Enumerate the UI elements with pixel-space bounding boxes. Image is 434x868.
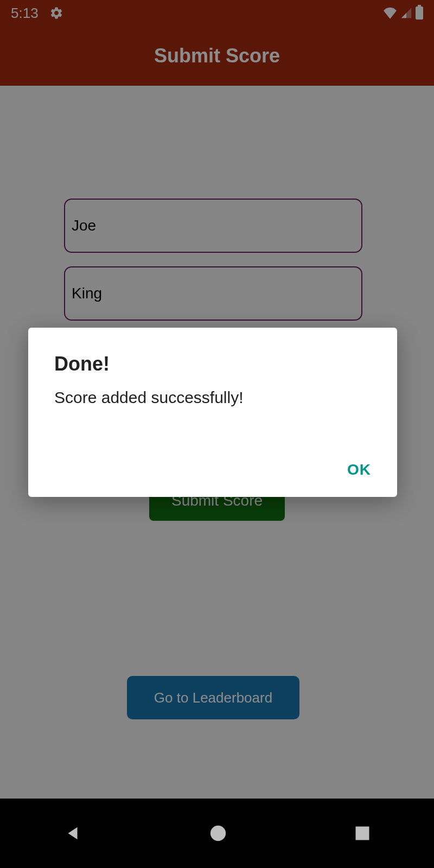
ok-button[interactable]: OK [347,461,371,478]
success-dialog: Done! Score added successfully! OK [28,328,397,497]
back-icon[interactable] [63,824,82,843]
navigation-bar [0,799,434,868]
home-icon[interactable] [209,824,227,843]
recent-icon[interactable] [354,825,371,841]
dialog-message: Score added successfully! [54,388,371,407]
dialog-title: Done! [54,353,371,375]
svg-rect-1 [356,827,369,840]
svg-point-0 [210,826,226,841]
